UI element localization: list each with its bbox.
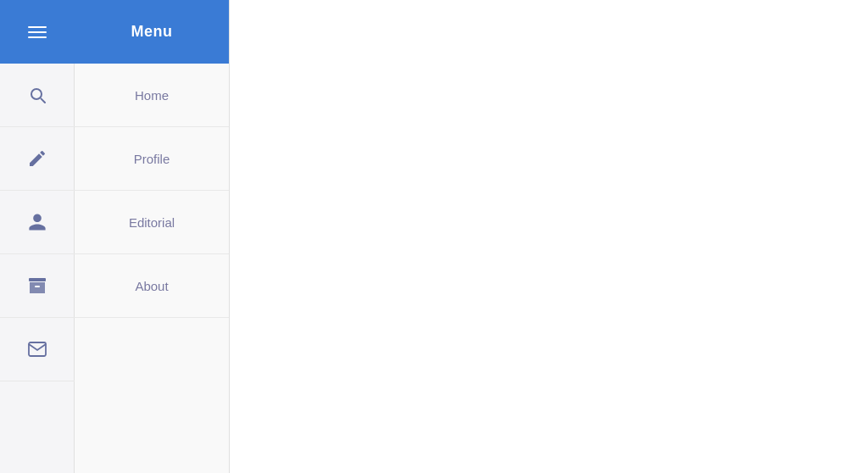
- menu-items: Home Profile Editorial About: [75, 64, 229, 318]
- menu-panel: Menu Home Profile Editorial About: [75, 0, 230, 473]
- menu-item-home[interactable]: Home: [75, 64, 229, 127]
- sidebar-item-search[interactable]: [0, 64, 75, 127]
- menu-item-home-label: Home: [135, 88, 169, 103]
- menu-panel-header: Menu: [75, 0, 229, 64]
- svg-rect-0: [29, 278, 46, 281]
- mail-icon: [27, 339, 47, 359]
- icon-sidebar: [0, 0, 75, 473]
- svg-rect-1: [35, 286, 40, 287]
- edit-icon: [27, 148, 47, 169]
- menu-item-editorial[interactable]: Editorial: [75, 191, 229, 254]
- menu-item-profile[interactable]: Profile: [75, 127, 229, 191]
- archive-icon: [27, 275, 47, 296]
- main-content: [230, 0, 868, 473]
- search-icon: [27, 85, 47, 105]
- menu-item-profile-label: Profile: [134, 152, 170, 166]
- menu-item-about[interactable]: About: [75, 254, 229, 318]
- hamburger-icon[interactable]: [28, 26, 47, 38]
- sidebar-item-user[interactable]: [0, 191, 75, 254]
- menu-item-editorial-label: Editorial: [129, 215, 175, 230]
- icon-sidebar-items: [0, 64, 74, 381]
- user-icon: [27, 212, 47, 232]
- sidebar-item-archive[interactable]: [0, 254, 75, 318]
- menu-panel-title: Menu: [131, 23, 173, 41]
- sidebar-item-mail[interactable]: [0, 318, 75, 381]
- menu-item-about-label: About: [135, 279, 168, 293]
- icon-sidebar-header: [0, 0, 75, 64]
- sidebar-item-edit[interactable]: [0, 127, 75, 191]
